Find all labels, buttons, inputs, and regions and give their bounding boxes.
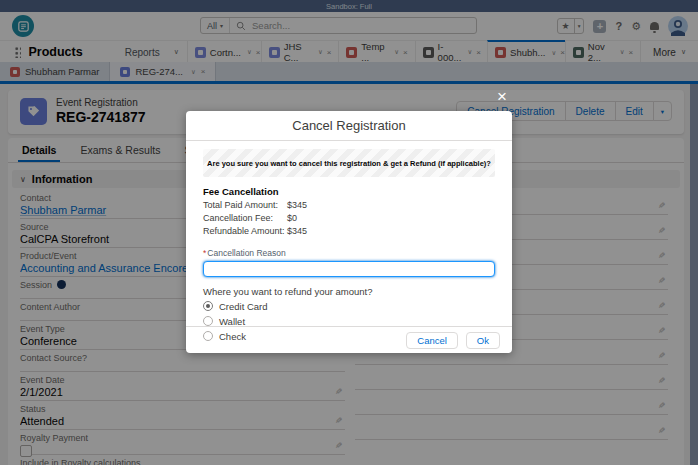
modal-header: Cancel Registration <box>186 111 512 141</box>
modal-ok-button[interactable]: Ok <box>466 332 500 349</box>
radio-credit-card[interactable] <box>203 301 213 311</box>
radio-wallet[interactable] <box>203 316 213 326</box>
required-mark: * <box>203 248 206 258</box>
fee-row-cancellation-fee: Cancellation Fee: $0 <box>203 213 495 223</box>
fee-label: Total Paid Amount: <box>203 200 287 210</box>
modal-cancel-button[interactable]: Cancel <box>406 332 458 349</box>
fee-row-refundable: Refundable Amount: $345 <box>203 226 495 236</box>
modal-close-icon[interactable]: × <box>497 88 507 105</box>
fee-label: Refundable Amount: <box>203 226 287 236</box>
radio-label: Wallet <box>219 316 245 327</box>
modal-footer: Cancel Ok <box>186 326 512 353</box>
fee-value: $345 <box>287 226 307 236</box>
modal-title: Cancel Registration <box>292 118 405 133</box>
cancellation-reason-input[interactable] <box>203 261 495 277</box>
warning-banner: Are you sure you want to cancel this reg… <box>203 149 495 177</box>
cancellation-reason-label: *Cancellation Reason <box>203 248 495 258</box>
cancel-registration-modal: Cancel Registration Are you sure you wan… <box>186 111 512 353</box>
radio-label: Credit Card <box>219 301 268 312</box>
fee-row-total-paid: Total Paid Amount: $345 <box>203 200 495 210</box>
warning-text: Are you sure you want to cancel this reg… <box>207 159 491 168</box>
fee-label: Cancellation Fee: <box>203 213 287 223</box>
refund-option-credit-card[interactable]: Credit Card <box>203 301 495 312</box>
fee-section-title: Fee Cancellation <box>203 186 495 197</box>
fee-value: $0 <box>287 213 297 223</box>
modal-body: Are you sure you want to cancel this reg… <box>186 149 512 342</box>
refund-question: Where you want to refund your amount? <box>203 286 495 297</box>
app-window: Sandbox: Full All ▾ ★ <box>0 0 698 465</box>
fee-value: $345 <box>287 200 307 210</box>
refund-option-wallet[interactable]: Wallet <box>203 316 495 327</box>
